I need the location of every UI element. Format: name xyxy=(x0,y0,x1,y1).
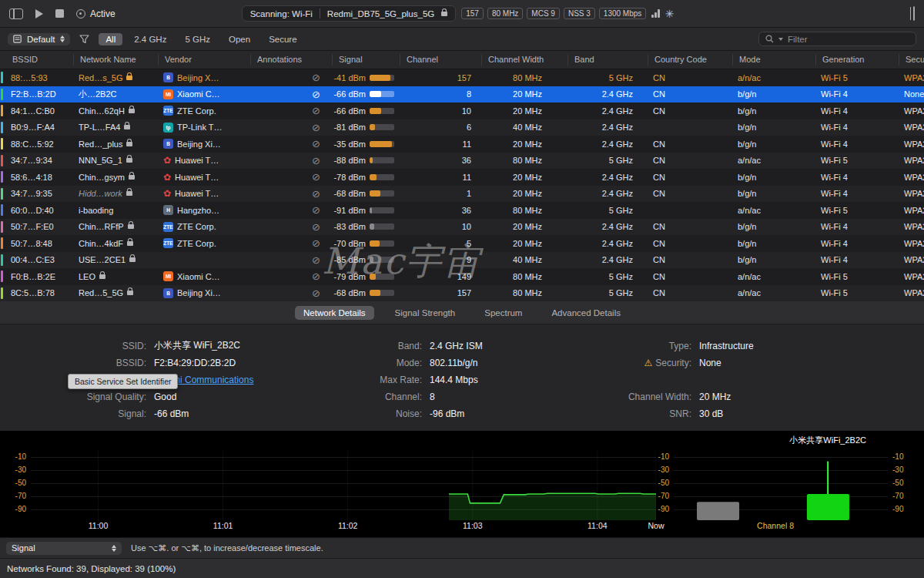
annotations-cell: ⊘ xyxy=(249,219,331,236)
network-name: LEO xyxy=(79,272,95,281)
link-rate-badge: 157 xyxy=(461,8,484,19)
no-annotation-icon[interactable]: ⊘ xyxy=(312,122,320,133)
mode-cell: a/n/ac xyxy=(732,268,815,285)
preset-dropdown[interactable]: Default xyxy=(8,33,70,45)
table-row[interactable]: B0:9…F:A4TP-L…FA4tpTP-Link T…⊘-81 dBm640… xyxy=(0,119,924,136)
generation-cell: Wi-Fi 5 xyxy=(815,285,898,302)
signal-dbm: -91 dBm xyxy=(333,206,366,215)
column-header-signal[interactable]: Signal xyxy=(333,54,400,66)
y-axis-label: -70 xyxy=(5,492,26,500)
table-row[interactable]: 84:1…C:B0Chin…62qHZTEZTE Corp.⊘-66 dBm10… xyxy=(0,102,924,119)
no-annotation-icon[interactable]: ⊘ xyxy=(312,188,320,200)
table-row[interactable]: 58:6…4:18Chin…gsym✿Huawei T…⊘-78 dBm1120… xyxy=(0,169,924,186)
filter-funnel-icon[interactable] xyxy=(79,35,89,44)
channel-cell: 1 xyxy=(399,186,480,203)
table-row[interactable]: 88:C…5:92Red…_plusBBeijing Xi…⊘-35 dBm11… xyxy=(0,136,924,153)
channel-width-cell: 80 MHz xyxy=(480,268,567,285)
table-row[interactable]: 88:…5:93Red…s_5GBBeijing X…⊘-41 dBm15780… xyxy=(0,69,924,86)
segment-open[interactable]: Open xyxy=(222,33,257,45)
no-annotation-icon[interactable]: ⊘ xyxy=(312,155,320,166)
table-row[interactable]: 50:7…8:48Chin…4kdFZTEZTE Corp.⊘-70 dBm52… xyxy=(0,235,924,252)
column-header-channel-width[interactable]: Channel Width xyxy=(482,54,568,66)
y-axis-label: -30 xyxy=(5,465,26,474)
details-row: Signal Quality:Good xyxy=(31,390,253,403)
left-sidebar-toggle-icon[interactable] xyxy=(9,8,23,19)
table-row[interactable]: 8C:5…B:78Red…5_5GBBeijing Xi…⊘-68 dBm157… xyxy=(0,285,924,302)
column-header-channel[interactable]: Channel xyxy=(400,54,482,66)
tab-spectrum[interactable]: Spectrum xyxy=(476,306,531,320)
no-annotation-icon[interactable]: ⊘ xyxy=(312,221,320,233)
no-annotation-icon[interactable]: ⊘ xyxy=(312,237,320,249)
no-annotation-icon[interactable]: ⊘ xyxy=(312,287,320,299)
table-row[interactable]: 50:7…F:E0Chin…RFfPZTEZTE Corp.⊘-83 dBm10… xyxy=(0,219,924,236)
signal-dbm: -68 dBm xyxy=(333,288,366,297)
signal-cell: -81 dBm xyxy=(331,119,399,136)
right-sidebar-toggle-icon[interactable] xyxy=(913,6,915,21)
search-filter-field[interactable]: Filter xyxy=(758,32,916,46)
table-row[interactable]: F2:B…B:2D小…2B2CMIXiaomi C…⊘-66 dBm820 MH… xyxy=(0,86,924,103)
no-annotation-icon[interactable]: ⊘ xyxy=(312,204,320,216)
table-row[interactable]: 00:4…C:E3USE…2CE1⊘-85 dBm940 MHz2.4 GHzC… xyxy=(0,252,924,269)
vendor-logo-icon: ✿ xyxy=(163,173,171,182)
column-header-mode[interactable]: Mode xyxy=(733,54,816,66)
vendor-name: Xiaomi C… xyxy=(177,89,220,99)
lock-icon xyxy=(126,76,132,80)
no-annotation-icon[interactable]: ⊘ xyxy=(312,171,320,183)
channel-spectrum-chart xyxy=(674,451,888,520)
no-annotation-icon[interactable]: ⊘ xyxy=(312,271,320,282)
no-annotation-icon[interactable]: ⊘ xyxy=(312,105,320,116)
column-header-generation[interactable]: Generation xyxy=(816,54,899,66)
tab-network-details[interactable]: Network Details xyxy=(295,306,374,320)
security-cell: WPA2 Personal xyxy=(898,119,924,136)
details-row: SSID:小米共享 WiFi_2B2C xyxy=(31,339,253,352)
vendor-logo-icon: ZTE xyxy=(163,238,173,248)
vendor-logo-icon: B xyxy=(163,72,173,82)
column-header-band[interactable]: Band xyxy=(568,54,648,66)
network-name: Red…_plus xyxy=(79,139,122,149)
no-annotation-icon[interactable]: ⊘ xyxy=(312,72,320,83)
select-arrows-icon xyxy=(112,545,116,552)
no-annotation-icon[interactable]: ⊘ xyxy=(312,254,320,266)
network-name: Chin…4kdF xyxy=(79,239,123,248)
segment-all[interactable]: All xyxy=(99,33,122,45)
no-annotation-icon[interactable]: ⊘ xyxy=(312,89,320,100)
generation-cell: Wi-Fi 4 xyxy=(815,219,898,236)
spectrum-bar xyxy=(697,502,739,520)
signal-bar-fill xyxy=(370,91,381,97)
channel-width-cell: 40 MHz xyxy=(480,252,567,269)
x-axis-label: Now xyxy=(648,521,664,530)
no-annotation-icon[interactable]: ⊘ xyxy=(312,138,320,150)
column-header-country-code[interactable]: Country Code xyxy=(648,54,733,66)
table-row[interactable]: 60:0…D:40i-baodingHHangzho…⊘-91 dBm3680 … xyxy=(0,202,924,219)
details-value: Infrastructure xyxy=(699,341,754,351)
channel-width-cell: 20 MHz xyxy=(480,102,567,119)
column-header-security[interactable]: Security xyxy=(899,54,924,66)
table-row[interactable]: 34:7…9:35Hidd…work✿Huawei T…⊘-68 dBm120 … xyxy=(0,186,924,203)
bssid-cell: F0:B…B:2E xyxy=(5,268,72,285)
chart-mode-select[interactable]: Signal xyxy=(6,542,122,555)
column-header-annotations[interactable]: Annotations xyxy=(251,54,333,66)
security-cell: WPA2 Personal xyxy=(898,219,924,236)
segment-secure[interactable]: Secure xyxy=(262,33,303,45)
segment-2-4-ghz[interactable]: 2.4 GHz xyxy=(127,33,173,45)
stop-icon[interactable] xyxy=(55,9,64,18)
vendor-name: Beijing X… xyxy=(177,73,219,82)
lock-icon xyxy=(127,241,133,246)
vendor-name: Huawei T… xyxy=(175,173,219,182)
column-header-network-name[interactable]: Network Name xyxy=(74,54,159,66)
tab-advanced-details[interactable]: Advanced Details xyxy=(543,306,629,320)
play-icon[interactable] xyxy=(35,9,43,18)
tab-signal-strength[interactable]: Signal Strength xyxy=(387,306,464,320)
column-strip-spacer xyxy=(0,54,6,66)
table-row[interactable]: 34:7…9:34NNN_5G_1✿Huawei T…⊘-88 dBm3680 … xyxy=(0,153,924,170)
channel-width-cell: 20 MHz xyxy=(480,186,567,203)
channel-width-cell: 20 MHz xyxy=(480,136,567,153)
lock-icon xyxy=(129,175,135,180)
column-header-vendor[interactable]: Vendor xyxy=(159,54,251,66)
table-row[interactable]: F0:B…B:2ELEOMIXiaomi C…⊘-79 dBm14980 MHz… xyxy=(0,268,924,285)
column-header-bssid[interactable]: BSSID xyxy=(6,54,74,66)
signal-dbm: -79 dBm xyxy=(333,272,366,281)
network-color-strip xyxy=(1,171,3,183)
network-name: i-baoding xyxy=(79,206,113,215)
segment-5-ghz[interactable]: 5 GHz xyxy=(178,33,217,45)
